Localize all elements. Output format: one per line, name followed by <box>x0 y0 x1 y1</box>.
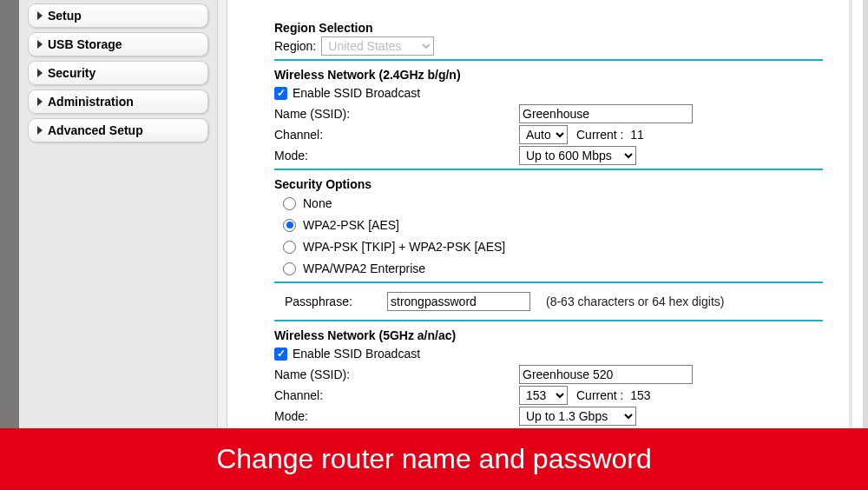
sidebar-item-label: Advanced Setup <box>48 123 143 137</box>
mode-5-row: Mode: Up to 1.3 Gbps <box>274 407 823 426</box>
ssid-24-input[interactable] <box>519 104 693 123</box>
channel-24-select[interactable]: Auto <box>519 125 568 144</box>
wireless-5-heading: Wireless Network (5GHz a/n/ac) <box>274 328 823 342</box>
ssid-5-label: Name (SSID): <box>274 368 519 381</box>
section-divider <box>274 59 823 61</box>
ssid-5-input[interactable] <box>519 365 693 384</box>
panel-divider <box>217 0 227 428</box>
section-divider <box>274 281 823 283</box>
mode-24-label: Mode: <box>274 149 519 162</box>
channel-24-label: Channel: <box>274 128 519 142</box>
channel-5-row: Channel: 153 Current : 153 <box>274 386 823 405</box>
sidebar-item-label: Administration <box>48 95 134 109</box>
security-option-enterprise[interactable]: WPA/WPA2 Enterprise <box>283 259 823 278</box>
chevron-right-icon <box>37 97 43 106</box>
caption-text: Change router name and password <box>216 443 652 475</box>
section-divider <box>274 320 823 321</box>
channel-5-current: Current : 153 <box>576 388 651 402</box>
ssid-24-label: Name (SSID): <box>274 107 519 121</box>
channel-5-label: Channel: <box>274 388 519 402</box>
enable-ssid-5-label: Enable SSID Broadcast <box>293 347 420 361</box>
security-option-label: WPA-PSK [TKIP] + WPA2-PSK [AES] <box>303 240 505 254</box>
security-option-label: None <box>303 196 332 210</box>
channel-24-row: Channel: Auto Current : 11 <box>274 125 823 144</box>
sidebar: Setup USB Storage Security Administratio… <box>19 0 217 428</box>
passphrase-hint: (8-63 characters or 64 hex digits) <box>546 295 724 308</box>
mode-5-select[interactable]: Up to 1.3 Gbps <box>519 407 636 426</box>
radio-icon[interactable] <box>283 262 296 275</box>
window-right-edge <box>849 0 868 490</box>
passphrase-row: Passphrase: (8-63 characters or 64 hex d… <box>285 292 823 311</box>
passphrase-label: Passphrase: <box>285 295 387 308</box>
enable-ssid-5-checkbox[interactable] <box>274 348 287 361</box>
enable-ssid-5-row: Enable SSID Broadcast <box>274 344 823 363</box>
chevron-right-icon <box>37 40 43 49</box>
radio-icon[interactable] <box>283 219 296 232</box>
security-option-mixed[interactable]: WPA-PSK [TKIP] + WPA2-PSK [AES] <box>283 237 823 256</box>
section-divider <box>274 169 823 170</box>
security-option-none[interactable]: None <box>283 194 823 213</box>
enable-ssid-24-checkbox[interactable] <box>274 87 287 100</box>
enable-ssid-24-row: Enable SSID Broadcast <box>274 83 823 103</box>
mode-24-row: Mode: Up to 600 Mbps <box>274 146 823 165</box>
window-left-edge <box>0 0 19 490</box>
passphrase-input[interactable] <box>387 292 530 311</box>
caption-banner: Change router name and password <box>0 428 868 490</box>
wireless-24-heading: Wireless Network (2.4GHz b/g/n) <box>274 68 823 82</box>
sidebar-item-usb-storage[interactable]: USB Storage <box>28 32 208 56</box>
security-option-label: WPA2-PSK [AES] <box>303 218 399 232</box>
enable-ssid-24-label: Enable SSID Broadcast <box>293 86 420 100</box>
region-select[interactable]: United States <box>321 36 434 56</box>
main-content: Region Selection Region: United States W… <box>227 0 849 428</box>
radio-icon[interactable] <box>283 197 296 210</box>
security-heading: Security Options <box>274 177 823 191</box>
chevron-right-icon <box>37 11 43 20</box>
security-option-wpa2[interactable]: WPA2-PSK [AES] <box>283 215 823 235</box>
sidebar-item-advanced-setup[interactable]: Advanced Setup <box>28 118 208 142</box>
channel-24-current: Current : 11 <box>576 128 644 142</box>
sidebar-item-setup[interactable]: Setup <box>28 3 208 28</box>
sidebar-item-security[interactable]: Security <box>28 61 208 85</box>
sidebar-item-administration[interactable]: Administration <box>28 89 208 114</box>
chevron-right-icon <box>37 69 43 77</box>
radio-icon[interactable] <box>283 241 296 254</box>
ssid-5-row: Name (SSID): <box>274 365 823 384</box>
chevron-right-icon <box>37 126 43 135</box>
sidebar-item-label: Setup <box>48 9 82 23</box>
security-option-label: WPA/WPA2 Enterprise <box>303 262 425 275</box>
region-row: Region: United States <box>274 36 823 56</box>
mode-24-select[interactable]: Up to 600 Mbps <box>519 146 636 165</box>
ssid-24-row: Name (SSID): <box>274 104 823 123</box>
region-label: Region: <box>274 39 316 53</box>
security-options: None WPA2-PSK [AES] WPA-PSK [TKIP] + WPA… <box>283 194 823 278</box>
mode-5-label: Mode: <box>274 409 519 423</box>
sidebar-item-label: USB Storage <box>48 37 122 51</box>
sidebar-item-label: Security <box>48 66 95 80</box>
region-heading: Region Selection <box>274 21 823 35</box>
channel-5-select[interactable]: 153 <box>519 386 568 405</box>
